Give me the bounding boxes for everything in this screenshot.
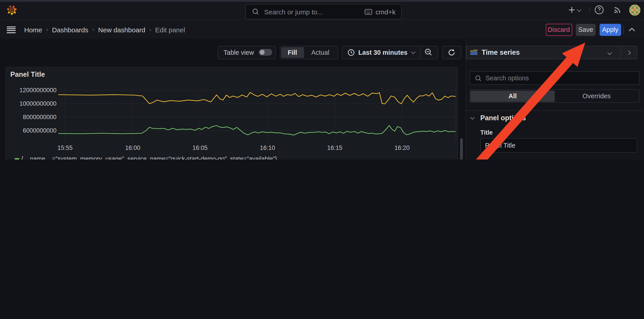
svg-text:15:55: 15:55 [58, 144, 73, 151]
svg-text:16:00: 16:00 [125, 144, 140, 151]
svg-text:12000000000: 12000000000 [20, 87, 56, 94]
svg-text:16:15: 16:15 [327, 144, 342, 151]
svg-text:16:05: 16:05 [192, 144, 208, 151]
svg-text:10000000000: 10000000000 [20, 100, 56, 107]
svg-text:16:10: 16:10 [260, 144, 275, 151]
svg-text:8000000000: 8000000000 [23, 114, 56, 120]
svg-text:16:20: 16:20 [394, 144, 410, 151]
svg-text:6000000000: 6000000000 [23, 127, 56, 134]
svg-text:{__name__="system_memory_usage: {__name__="system_memory_usage", service… [21, 155, 277, 160]
